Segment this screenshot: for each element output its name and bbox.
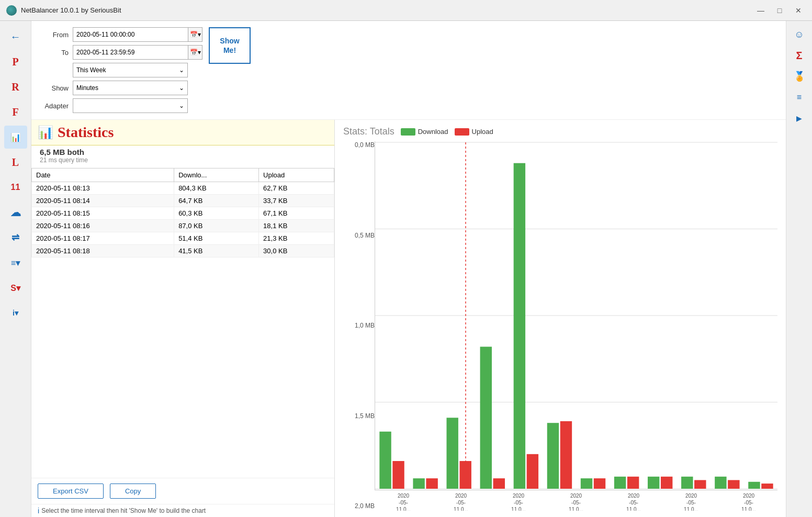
window-controls: — □ ✕	[753, 5, 806, 16]
sidebar-right-play[interactable]: ▶	[790, 109, 809, 128]
table-row: 2020-05-11 08:14 64,7 KB 33,7 KB	[32, 195, 334, 207]
y-label-1mb: 1,0 MB	[343, 322, 375, 329]
data-table-container: Date Downlo... Upload 2020-05-11 08:13 8…	[31, 168, 334, 478]
x-axis-labels: 2020-05-11 0... 2020-05-11 0... 2020-05-…	[375, 492, 777, 511]
svg-rect-22	[648, 477, 659, 489]
adapter-chevron-icon: ⌄	[179, 102, 184, 109]
sidebar-item-back[interactable]: ←	[4, 25, 27, 48]
chart-title: Stats: Totals	[343, 126, 394, 137]
svg-rect-28	[748, 482, 760, 489]
svg-rect-9	[426, 478, 437, 489]
status-bar: i Select the time interval then hit 'Sho…	[31, 504, 334, 517]
sidebar-item-menu[interactable]: ≡▾	[4, 251, 27, 274]
x-label-3: 2020-05-11 0...	[511, 492, 526, 511]
table-cell-upload: 33,7 KB	[259, 195, 334, 207]
stats-summary: 6,5 MB both 21 ms query time	[31, 145, 334, 168]
svg-rect-21	[627, 477, 639, 489]
maximize-button[interactable]: □	[772, 5, 787, 16]
x-label-4: 2020-05-11 0...	[569, 492, 583, 511]
adapter-label: Adapter	[40, 102, 69, 110]
period-row: This Week ⌄	[40, 63, 202, 77]
svg-rect-18	[581, 478, 592, 489]
status-text: Select the time interval then hit 'Show …	[41, 507, 206, 514]
svg-rect-10	[446, 418, 458, 489]
period-dropdown[interactable]: This Week ⌄	[73, 63, 188, 77]
to-calendar-button[interactable]: 📅▾	[188, 45, 202, 60]
close-button[interactable]: ✕	[791, 5, 806, 16]
legend-upload-label: Upload	[472, 128, 493, 136]
table-cell-download: 41,5 KB	[174, 245, 259, 257]
sidebar-item-rules[interactable]: R	[4, 75, 27, 98]
sidebar-item-toggle[interactable]: ⇌	[4, 226, 27, 249]
status-info-icon: i	[38, 507, 39, 515]
col-date: Date	[32, 168, 174, 182]
legend-download-label: Download	[418, 128, 448, 136]
left-sidebar: ← P R F 📊 L 11 ☁ ⇌ ≡▾ S▾ i▾	[0, 21, 31, 517]
table-cell-download: 87,0 KB	[174, 220, 259, 232]
table-cell-upload: 21,3 KB	[259, 232, 334, 245]
chart-wrapper	[375, 141, 777, 490]
y-label-15mb: 1,5 MB	[343, 412, 375, 420]
statistics-title: Statistics	[58, 124, 114, 141]
top-controls: From 📅▾ To 📅▾	[31, 21, 786, 120]
table-cell-date: 2020-05-11 08:14	[32, 195, 174, 207]
stats-query-time: 21 ms query time	[40, 156, 326, 164]
to-input[interactable]	[73, 45, 188, 60]
to-label: To	[40, 49, 69, 57]
sidebar-item-processes[interactable]: P	[4, 50, 27, 73]
show-dropdown[interactable]: Minutes ⌄	[73, 81, 188, 95]
x-label-2: 2020-05-11 0...	[454, 492, 468, 511]
svg-rect-23	[661, 477, 672, 489]
title-bar-left: NetBalancer 10.0.1 by SeriousBit	[6, 5, 121, 16]
y-label-05mb: 0,5 MB	[343, 232, 375, 239]
sidebar-right-smiley[interactable]: ☺	[790, 25, 809, 44]
sidebar-item-cloud[interactable]: ☁	[4, 201, 27, 224]
adapter-dropdown[interactable]: ⌄	[73, 98, 188, 113]
x-label-1: 2020-05-11 0...	[396, 492, 411, 511]
from-input[interactable]	[73, 27, 188, 42]
svg-rect-14	[514, 163, 525, 489]
sidebar-right-sigma[interactable]: Σ	[790, 46, 809, 65]
col-upload: Upload	[259, 168, 334, 182]
show-label: Show	[40, 84, 69, 92]
sidebar-item-number[interactable]: 11	[4, 176, 27, 199]
svg-rect-17	[560, 421, 572, 489]
svg-rect-11	[459, 461, 471, 489]
stats-chart-icon: 📊	[38, 125, 53, 140]
sidebar-item-filter[interactable]: F	[4, 100, 27, 123]
svg-rect-12	[480, 347, 492, 489]
sidebar-right-award[interactable]: 🏅	[790, 67, 809, 86]
minimize-button[interactable]: —	[753, 5, 768, 16]
svg-rect-6	[379, 432, 391, 489]
sidebar-right-list[interactable]: ≡	[790, 88, 809, 107]
svg-rect-8	[413, 478, 424, 489]
bottom-buttons: Export CSV Copy	[31, 478, 334, 504]
x-label-5: 2020-05-11 0...	[626, 492, 641, 511]
table-cell-date: 2020-05-11 08:17	[32, 232, 174, 245]
download-color-swatch	[401, 128, 415, 136]
from-calendar-button[interactable]: 📅▾	[188, 27, 202, 42]
table-cell-date: 2020-05-11 08:15	[32, 207, 174, 220]
left-panel: 📊 Statistics 6,5 MB both 21 ms query tim…	[31, 120, 335, 517]
content-area: From 📅▾ To 📅▾	[31, 21, 786, 517]
table-wrapper[interactable]: Date Downlo... Upload 2020-05-11 08:13 8…	[31, 168, 334, 478]
y-label-2mb: 2,0 MB	[343, 502, 375, 510]
show-me-button[interactable]: Show Me!	[209, 27, 251, 64]
sidebar-item-statistics[interactable]: 📊	[4, 126, 27, 149]
export-csv-button[interactable]: Export CSV	[38, 484, 104, 499]
legend-upload: Upload	[455, 128, 493, 136]
copy-button[interactable]: Copy	[110, 484, 156, 499]
sidebar-item-settings[interactable]: S▾	[4, 276, 27, 299]
x-label-6: 2020-05-11 0...	[684, 492, 698, 511]
sidebar-item-log[interactable]: L	[4, 151, 27, 174]
table-cell-download: 60,3 KB	[174, 207, 259, 220]
form-section: From 📅▾ To 📅▾	[40, 27, 202, 113]
table-row: 2020-05-11 08:17 51,4 KB 21,3 KB	[32, 232, 334, 245]
table-cell-download: 804,3 KB	[174, 182, 259, 195]
chart-area: Stats: Totals Download Upload 2,0 MB 1,5…	[335, 120, 786, 517]
sidebar-item-info[interactable]: i▾	[4, 301, 27, 324]
svg-rect-26	[715, 477, 726, 489]
show-chevron-icon: ⌄	[179, 84, 184, 92]
table-cell-download: 51,4 KB	[174, 232, 259, 245]
show-me-label: Show Me!	[220, 36, 239, 55]
